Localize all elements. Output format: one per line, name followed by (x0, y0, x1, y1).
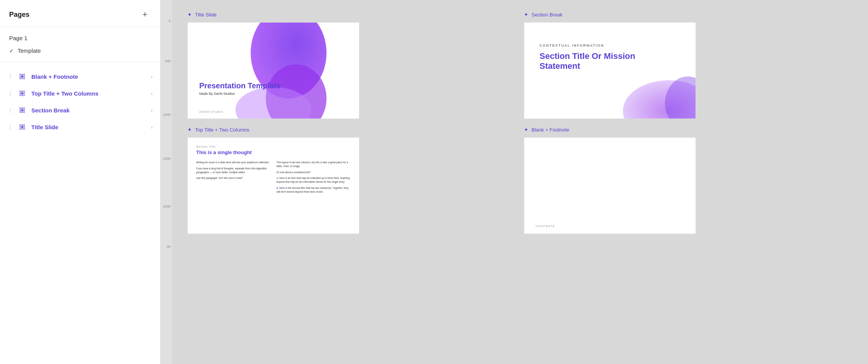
svg-point-13 (21, 93, 23, 94)
section-break-eyebrow: CONTEXTUAL INFORMATION (540, 44, 647, 47)
page-item-page1[interactable]: Page 1 (0, 32, 160, 44)
slide-label-two-cols: ✦ Top Title + Two Columns (187, 127, 516, 133)
sidebar-title: Pages (9, 11, 29, 19)
layout-item-section-break[interactable]: ⋮ Section Break › (0, 102, 160, 119)
svg-point-33 (20, 128, 21, 130)
layouts-list: ⋮ Blank + Footnote › ⋮ (0, 62, 160, 364)
layout-label-title-slide: Title Slide (31, 124, 59, 130)
col1-p2: If you have a long trail of thoughts, se… (196, 167, 270, 174)
svg-point-7 (21, 78, 23, 80)
slide-label-icon-section: ✦ (524, 11, 528, 18)
svg-point-11 (23, 91, 25, 93)
ruler-mark-1000: 1000 (161, 114, 172, 115)
svg-point-15 (20, 94, 21, 96)
svg-point-19 (21, 107, 23, 109)
title-slide-footer: ZACHT.STUDIO (199, 110, 223, 113)
col2-p2: Or how about a numbered list? (276, 171, 351, 174)
layout-item-top-title[interactable]: ⋮ Top Title + Two Columns › (0, 85, 160, 102)
svg-point-28 (21, 124, 23, 126)
drag-icon: ⋮ (8, 73, 13, 80)
svg-point-26 (23, 111, 25, 113)
svg-point-21 (20, 109, 21, 111)
svg-point-20 (23, 107, 25, 109)
slide-label-icon-title: ✦ (187, 11, 192, 18)
layout-item-title-slide[interactable]: ⋮ Title Slide › (0, 119, 160, 135)
svg-point-23 (23, 109, 25, 111)
svg-point-4 (21, 76, 23, 78)
slide-label-icon-blank: ✦ (524, 127, 528, 133)
svg-point-22 (21, 109, 23, 111)
slide-group-section-break: ✦ Section Break CONTEXTUAL INFORMATION S… (524, 11, 853, 119)
svg-point-32 (23, 126, 25, 128)
slide-label-section-break: ✦ Section Break (524, 11, 853, 18)
grid-icon-section-break (18, 106, 26, 114)
svg-point-29 (23, 124, 25, 126)
title-slide-card[interactable]: Presentation Template Made By Zacht Stud… (187, 22, 359, 119)
chevron-right-icon-4: › (151, 124, 153, 130)
col1-p3: Like this paragraph. Isn't this nice to … (196, 176, 270, 180)
ruler-mark-2000: 2000 (161, 206, 172, 206)
slide-group-blank: ✦ Blank + Footnote FOOTNOTE (524, 127, 853, 234)
layout-label-top-title: Top Title + Two Columns (31, 90, 98, 97)
svg-point-24 (20, 111, 21, 113)
title-slide-blob (188, 23, 359, 119)
title-slide-main-text: Presentation Template (199, 81, 281, 90)
title-slide-content: Presentation Template Made By Zacht Stud… (199, 81, 281, 96)
svg-point-25 (21, 111, 23, 113)
sidebar-header: Pages + (0, 0, 160, 27)
layout-label-section-break: Section Break (31, 107, 70, 114)
svg-point-8 (23, 78, 25, 80)
ruler-mark-1500: 1500 (161, 158, 172, 159)
ruler-vertical: 0 500 1000 1500 2000 00 (161, 0, 172, 364)
pages-list: Page 1 ✓ Template (0, 27, 160, 62)
slide-label-title: ✦ Title Slide (187, 11, 516, 18)
chevron-right-icon-2: › (151, 91, 153, 96)
slide-label-icon-two-cols: ✦ (187, 127, 192, 133)
layout-label-blank-footnote: Blank + Footnote (31, 73, 78, 80)
svg-point-5 (23, 76, 25, 78)
drag-icon-4: ⋮ (8, 124, 13, 130)
svg-point-30 (20, 126, 21, 128)
svg-point-6 (20, 78, 21, 80)
svg-point-10 (21, 91, 23, 93)
svg-point-3 (20, 76, 21, 78)
col2-text: This layout is two text columns, but thi… (276, 161, 351, 196)
two-col-section-label: Section Title (196, 145, 351, 148)
ruler-mark-0: 0 (161, 21, 172, 21)
slide-group-title: ✦ Title Slide Present (187, 11, 516, 119)
svg-point-2 (23, 74, 25, 76)
section-break-title-text: Section Title Or Mission Statement (540, 51, 647, 72)
drag-icon-3: ⋮ (8, 107, 13, 113)
page-item-template[interactable]: ✓ Template (0, 44, 160, 57)
blank-footnote-text: FOOTNOTE (536, 225, 555, 227)
svg-point-0 (20, 74, 21, 76)
section-break-card[interactable]: CONTEXTUAL INFORMATION Section Title Or … (524, 22, 696, 119)
ruler-mark-2500: 00 (161, 246, 172, 247)
svg-point-16 (21, 94, 23, 96)
col1-text: Writing too much in a slide deck will lo… (196, 161, 270, 196)
svg-point-18 (20, 107, 21, 109)
ruler-mark-500: 500 (161, 61, 172, 61)
grid-icon-title-slide (18, 123, 26, 131)
svg-point-14 (23, 93, 25, 94)
section-break-content: CONTEXTUAL INFORMATION Section Title Or … (540, 44, 647, 72)
two-col-card[interactable]: Section Title This is a single thought W… (187, 137, 359, 234)
section-break-blob (619, 73, 696, 119)
col1-p1: Writing too much in a slide deck will lo… (196, 161, 270, 164)
page1-label: Page 1 (9, 35, 28, 41)
layout-item-blank-footnote[interactable]: ⋮ Blank + Footnote › (0, 68, 160, 85)
grid-icon-blank-footnote (18, 73, 26, 80)
col2-item1: 1. Here is an item that may be extended … (276, 176, 351, 184)
svg-point-1 (21, 74, 23, 76)
col2-p1: This layout is two text columns, but thi… (276, 161, 351, 168)
svg-point-31 (21, 126, 23, 128)
chevron-right-icon-3: › (151, 107, 153, 113)
template-label: Template (18, 47, 41, 54)
canvas-area: 0 500 1000 1500 2000 00 ✦ Title Slide (161, 0, 868, 364)
svg-point-9 (20, 91, 21, 93)
col2-item2: 2. Here is the second item that has two … (276, 186, 351, 194)
svg-point-27 (20, 124, 21, 126)
svg-point-35 (23, 128, 25, 130)
add-page-button[interactable]: + (139, 8, 151, 21)
blank-card[interactable]: FOOTNOTE (524, 137, 696, 234)
